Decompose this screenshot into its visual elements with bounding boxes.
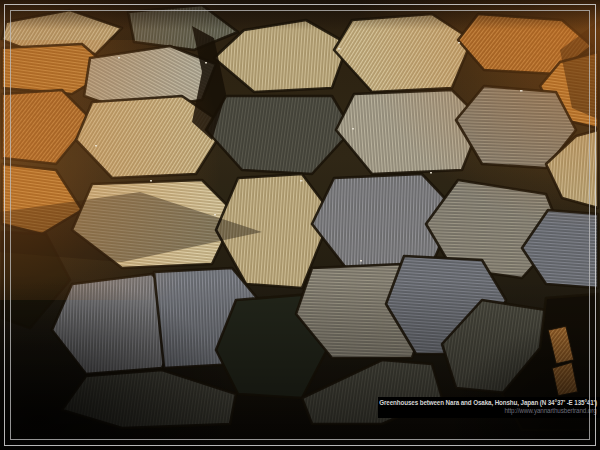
wallpaper-stage: Greenhouses between Nara and Osaka, Hons… xyxy=(0,0,600,450)
caption-bar: Greenhouses between Nara and Osaka, Hons… xyxy=(378,397,600,418)
greenhouse-aerial-photo xyxy=(0,0,600,450)
photo-caption-text: Greenhouses between Nara and Osaka, Hons… xyxy=(379,400,597,406)
photo-credit-url: http://www.yannarthusbertrand.org xyxy=(505,408,597,414)
